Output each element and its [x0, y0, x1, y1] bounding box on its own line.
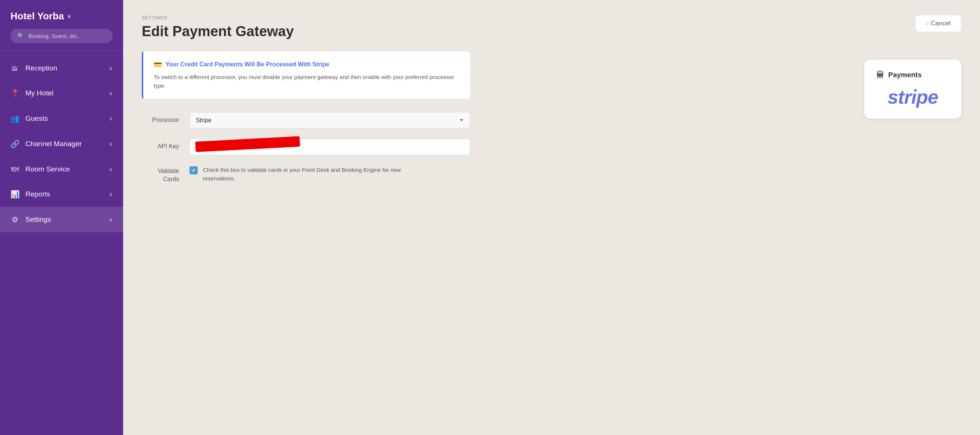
- sidebar-item-my-hotel[interactable]: 📍 My Hotel ∨: [0, 81, 123, 106]
- breadcrumb: SETTINGS: [142, 15, 961, 21]
- my-hotel-chevron: ∨: [109, 90, 113, 96]
- processor-label: Processor: [142, 112, 179, 123]
- validate-cards-description: Check this box to validate cards in your…: [203, 165, 412, 183]
- sidebar-item-label-room-service: Room Service: [25, 165, 70, 173]
- search-placeholder-text: Booking, Guest, etc.: [29, 33, 79, 39]
- validate-cards-checkbox[interactable]: ✓: [189, 166, 198, 175]
- hotel-name-label: Hotel Yorba: [10, 10, 64, 22]
- processor-select[interactable]: Stripe: [189, 112, 470, 128]
- page-title: Edit Payment Gateway: [142, 24, 961, 40]
- reception-icon: 🛎: [10, 64, 19, 72]
- hotel-name-chevron: ∨: [67, 13, 71, 19]
- sidebar: Hotel Yorba ∨ 🔍 Booking, Guest, etc. 🛎 R…: [0, 0, 123, 435]
- sidebar-item-room-service[interactable]: 🍽 Room Service ∨: [0, 157, 123, 181]
- room-service-icon: 🍽: [10, 165, 19, 173]
- guests-chevron: ∨: [109, 116, 113, 122]
- cancel-chevron-icon: ›: [926, 21, 928, 27]
- api-key-row: API Key: [142, 139, 470, 155]
- main-content: SETTINGS Edit Payment Gateway › Cancel 🏛…: [123, 0, 980, 435]
- api-key-input[interactable]: [189, 139, 470, 155]
- settings-chevron: ∧: [109, 217, 113, 222]
- hotel-name-button[interactable]: Hotel Yorba ∨: [10, 10, 113, 22]
- sidebar-item-label-my-hotel: My Hotel: [25, 89, 53, 97]
- search-icon: 🔍: [17, 32, 25, 40]
- sidebar-header: Hotel Yorba ∨ 🔍 Booking, Guest, etc.: [0, 0, 123, 51]
- sidebar-item-reception[interactable]: 🛎 Reception ∨: [0, 56, 123, 81]
- channel-manager-chevron: ∨: [109, 141, 113, 147]
- validate-content: ✓ Check this box to validate cards in yo…: [189, 165, 412, 183]
- bank-icon: 🏛: [876, 70, 885, 80]
- sidebar-nav: 🛎 Reception ∨ 📍 My Hotel ∨ 👥 Guests ∨ 🔗 …: [0, 51, 123, 237]
- info-banner: 💳 Your Credit Card Payments Will Be Proc…: [142, 51, 470, 99]
- channel-manager-icon: 🔗: [10, 140, 19, 148]
- sidebar-item-label-reception: Reception: [25, 64, 57, 72]
- sidebar-item-label-guests: Guests: [25, 114, 48, 123]
- payments-card-title: Payments: [888, 71, 922, 79]
- info-banner-body: To switch to a different processor, you …: [154, 73, 460, 90]
- api-key-control: [189, 139, 470, 155]
- processor-control: Stripe: [189, 112, 470, 128]
- cancel-label: Cancel: [931, 20, 951, 27]
- sidebar-item-label-reports: Reports: [25, 190, 50, 198]
- sidebar-item-settings[interactable]: ⚙ Settings ∧: [0, 207, 123, 232]
- guests-icon: 👥: [10, 114, 19, 123]
- reports-chevron: ∨: [109, 191, 113, 197]
- info-banner-title-text: Your Credit Card Payments Will Be Proces…: [165, 61, 329, 68]
- my-hotel-icon: 📍: [10, 89, 19, 98]
- checkbox-check-icon: ✓: [191, 167, 196, 173]
- credit-card-icon: 💳: [154, 60, 162, 68]
- reports-icon: 📊: [10, 190, 19, 198]
- settings-icon: ⚙: [10, 215, 19, 224]
- validate-cards-label: ValidateCards: [142, 165, 179, 184]
- sidebar-item-label-channel-manager: Channel Manager: [25, 140, 82, 148]
- api-key-label: API Key: [142, 139, 179, 150]
- form-section: Processor Stripe API Key ValidateCards ✓: [142, 112, 470, 184]
- payments-card: 🏛 Payments stripe: [864, 60, 961, 119]
- search-bar[interactable]: 🔍 Booking, Guest, etc.: [10, 29, 113, 43]
- sidebar-item-channel-manager[interactable]: 🔗 Channel Manager ∨: [0, 131, 123, 157]
- stripe-logo: stripe: [888, 86, 938, 108]
- room-service-chevron: ∨: [109, 166, 113, 172]
- processor-row: Processor Stripe: [142, 112, 470, 128]
- sidebar-item-guests[interactable]: 👥 Guests ∨: [0, 106, 123, 131]
- cancel-button[interactable]: › Cancel: [915, 15, 961, 32]
- reception-chevron: ∨: [109, 65, 113, 71]
- sidebar-item-reports[interactable]: 📊 Reports ∨: [0, 181, 123, 207]
- validate-cards-row: ValidateCards ✓ Check this box to valida…: [142, 165, 470, 184]
- sidebar-item-label-settings: Settings: [25, 216, 51, 224]
